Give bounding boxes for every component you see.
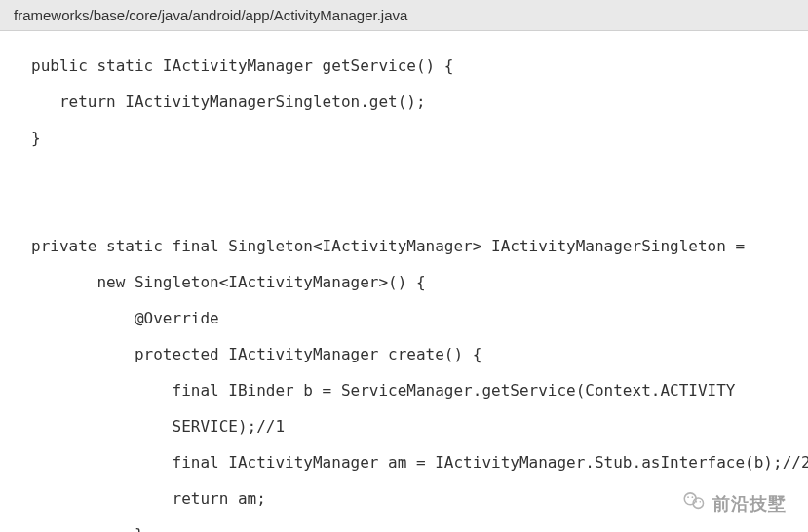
file-path-text: frameworks/base/core/java/android/app/Ac… bbox=[14, 7, 407, 23]
svg-point-3 bbox=[692, 496, 694, 498]
watermark-text: 前沿技墅 bbox=[712, 492, 787, 515]
svg-point-2 bbox=[687, 496, 689, 498]
wechat-icon bbox=[681, 488, 707, 518]
code-lines: public static IActivityManager getServic… bbox=[31, 57, 808, 532]
code-block: public static IActivityManager getServic… bbox=[0, 31, 808, 532]
svg-point-4 bbox=[696, 501, 698, 503]
svg-point-5 bbox=[700, 501, 702, 503]
watermark: 前沿技墅 bbox=[681, 488, 787, 518]
file-path-bar: frameworks/base/core/java/android/app/Ac… bbox=[0, 0, 808, 31]
